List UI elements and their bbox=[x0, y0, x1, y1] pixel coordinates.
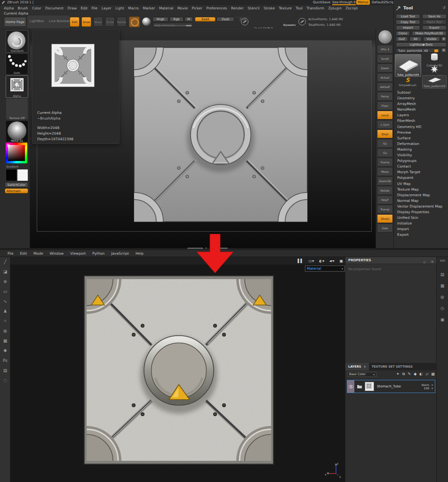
dock-icon[interactable]: ◷ bbox=[437, 303, 448, 314]
main-color-swatch[interactable] bbox=[6, 169, 17, 181]
brush-preview-icon[interactable] bbox=[129, 16, 140, 27]
stamp-icon[interactable]: ⧉ bbox=[402, 372, 405, 377]
menu-item[interactable]: Alpha bbox=[4, 6, 14, 10]
subpalette-header[interactable]: Unified Skin bbox=[394, 216, 448, 221]
tool-icon[interactable]: ♟ bbox=[0, 306, 10, 316]
channel-dropdown[interactable]: Base Color ▾ bbox=[347, 372, 376, 377]
menu-item[interactable]: Window bbox=[50, 251, 64, 256]
live-boolean-tab[interactable]: Live Boolean bbox=[49, 19, 70, 23]
layer-thumbnail[interactable] bbox=[365, 382, 374, 391]
tool-r-button[interactable]: R bbox=[441, 48, 447, 53]
menu-item[interactable]: Movie bbox=[177, 6, 188, 10]
menu-item[interactable]: Marker bbox=[143, 6, 155, 10]
view-mode-dropdown[interactable]: Material ▾ bbox=[305, 265, 345, 272]
tab-layers[interactable]: LAYERS × bbox=[345, 363, 369, 370]
menu-item[interactable]: Tool bbox=[296, 6, 303, 10]
subpalette-header[interactable]: Preview bbox=[394, 130, 448, 136]
dynamic-label[interactable]: Dynamic bbox=[283, 24, 296, 26]
menus-toggle-button[interactable]: Menus bbox=[356, 0, 370, 5]
subpalette-header[interactable]: UV Map bbox=[394, 182, 448, 187]
bpr-render-button[interactable] bbox=[378, 30, 392, 44]
current-tool-thumb[interactable]: Tube_pattern04 bbox=[395, 54, 421, 77]
trash-icon[interactable]: ▦ bbox=[431, 372, 435, 377]
shelf-toggle-button[interactable]: Floor bbox=[377, 101, 393, 110]
zsub-button[interactable]: Zsub bbox=[216, 17, 234, 22]
material-picker[interactable]: Metal 01 bbox=[6, 120, 28, 142]
subpalette-header[interactable]: Polypaint bbox=[394, 176, 448, 181]
dock-icon[interactable]: ▣ bbox=[437, 314, 448, 325]
alpha-picker[interactable]: Alpha bbox=[6, 75, 28, 98]
goz-all-button[interactable]: All bbox=[409, 37, 422, 41]
tool-icon[interactable]: ◍ bbox=[0, 326, 10, 336]
import-tool-button[interactable]: Import bbox=[396, 25, 420, 30]
subpalette-header[interactable]: ArrayMesh bbox=[394, 102, 448, 107]
subpalette-header[interactable]: Displacement Map bbox=[394, 193, 448, 199]
menu-item[interactable]: Macro bbox=[128, 6, 139, 10]
material-view-icon[interactable]: ◐▾ bbox=[319, 259, 324, 263]
m-button[interactable]: M bbox=[184, 17, 193, 22]
subpalette-header[interactable]: Import bbox=[394, 227, 448, 233]
opacity-dropdown[interactable]: 100 ▾ bbox=[417, 386, 433, 390]
shelf-toggle-button[interactable]: Transp bbox=[377, 205, 393, 214]
lightbox-tab[interactable]: LightBox bbox=[30, 19, 44, 23]
blend-mode-dropdown[interactable]: Norm ▾ bbox=[417, 383, 433, 386]
restore-config-icon[interactable]: ↺ bbox=[442, 6, 446, 10]
smart-material-icon[interactable]: ✦ bbox=[396, 372, 400, 377]
simplebrush-tool[interactable]: S SimpleBrush bbox=[395, 77, 420, 88]
dock-icon[interactable]: ▤ bbox=[437, 269, 448, 280]
tool-icon[interactable]: ∿ bbox=[0, 297, 10, 306]
menu-item[interactable]: Zplugin bbox=[328, 6, 341, 10]
quicksave-button[interactable]: QuickSave bbox=[313, 0, 330, 4]
make-polymesh3d-button[interactable]: Make PolyMesh3D bbox=[412, 31, 447, 36]
dock-icon[interactable]: ◍ bbox=[437, 291, 448, 303]
close-icon[interactable]: × bbox=[431, 260, 434, 264]
subpalette-header[interactable]: FiberMesh bbox=[394, 119, 448, 124]
menu-item[interactable]: Brush bbox=[18, 6, 28, 10]
paste-tool-button[interactable]: Paste Tool bbox=[422, 20, 447, 24]
shelf-toggle-button[interactable]: Scroll bbox=[377, 54, 393, 63]
layer-visibility-strip[interactable] bbox=[347, 380, 354, 393]
pause-icon[interactable]: ▌▌ bbox=[297, 259, 303, 263]
shelf-toggle-button[interactable]: PolyF bbox=[377, 195, 393, 204]
screenshot-icon[interactable]: ▣ bbox=[339, 259, 343, 263]
menu-item[interactable]: Draw bbox=[67, 6, 77, 10]
draw-mode-button[interactable]: Draw bbox=[81, 17, 91, 27]
geometry-view-icon[interactable]: ▭▾ bbox=[309, 259, 314, 263]
save-as-button[interactable]: Save As bbox=[422, 14, 447, 19]
tool-icon[interactable]: ▤ bbox=[0, 366, 10, 376]
subpalette-header[interactable]: NanoMesh bbox=[394, 107, 448, 113]
load-tool-button[interactable]: Load Tool bbox=[396, 14, 420, 19]
menu-item[interactable]: Mode bbox=[33, 251, 43, 256]
texture-picker[interactable]: Texture Off bbox=[6, 98, 28, 120]
tool-icon[interactable]: ◪ bbox=[0, 267, 10, 277]
shelf-toggle-button[interactable]: Zoom3D bbox=[377, 177, 393, 185]
menu-item[interactable]: Color bbox=[32, 6, 41, 10]
menu-item[interactable]: Zscript bbox=[345, 6, 358, 10]
subpalette-header[interactable]: Surface bbox=[394, 136, 448, 142]
menu-item[interactable]: Render bbox=[231, 6, 244, 10]
size-dial-icon[interactable] bbox=[298, 18, 306, 25]
painter-viewport[interactable]: ▌▌▭▾◐▾▰▾▣ Material ▾ bbox=[10, 257, 345, 482]
menu-item[interactable]: Light bbox=[115, 6, 124, 10]
menu-item[interactable]: Edit bbox=[20, 251, 27, 256]
subpalette-header[interactable]: Geometry HD bbox=[394, 125, 448, 130]
subpalette-header[interactable]: Normal Map bbox=[394, 199, 448, 204]
shelf-toggle-button[interactable]: L.Sym bbox=[377, 120, 393, 129]
shelf-toggle-button[interactable]: Zoom bbox=[377, 64, 393, 72]
subpalette-header[interactable]: Layers bbox=[394, 113, 448, 119]
menu-item[interactable]: Preferences bbox=[206, 6, 227, 10]
popout-icon[interactable]: ▫ bbox=[423, 260, 425, 264]
subpalette-header[interactable]: Morph Target bbox=[394, 170, 448, 176]
shelf-toggle-button[interactable]: Rotate bbox=[377, 186, 393, 195]
subpalette-header[interactable]: Polygroups bbox=[394, 159, 448, 164]
shelf-toggle-button[interactable]: Solo bbox=[377, 224, 393, 233]
menu-item[interactable]: Stroke bbox=[264, 6, 275, 10]
shelf-toggle-button[interactable]: Qxyz bbox=[377, 129, 393, 138]
recent-tool-thumb[interactable]: Tube_pattern04 bbox=[422, 75, 447, 88]
goz-r-button[interactable]: R bbox=[441, 37, 447, 41]
tool-icon[interactable]: ✧ bbox=[0, 316, 10, 326]
color-picker[interactable] bbox=[6, 143, 27, 163]
shelf-toggle-button[interactable]: Persp bbox=[377, 92, 393, 101]
subpalette-header[interactable]: Subtool bbox=[394, 90, 448, 96]
edit-mode-button[interactable]: Edit bbox=[70, 17, 80, 27]
